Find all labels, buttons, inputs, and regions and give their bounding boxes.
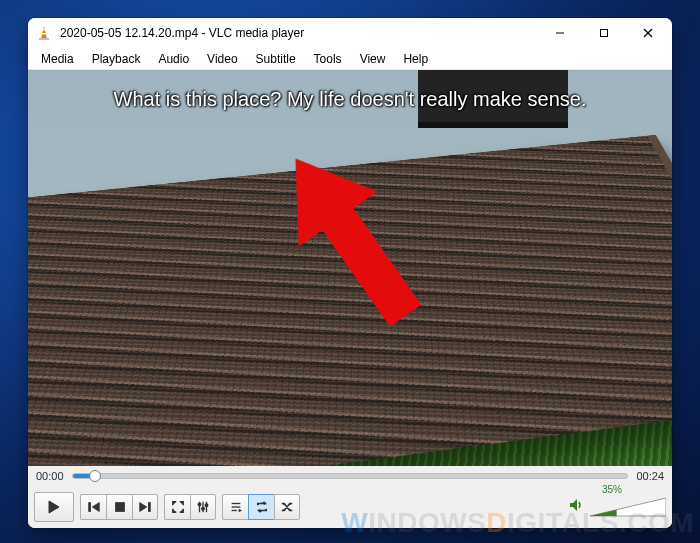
maximize-button[interactable]: [582, 18, 626, 48]
svg-rect-5: [601, 30, 608, 37]
svg-rect-1: [39, 38, 49, 40]
menu-view[interactable]: View: [351, 50, 395, 68]
menu-tools[interactable]: Tools: [305, 50, 351, 68]
time-current: 00:00: [36, 470, 64, 482]
minimize-button[interactable]: [538, 18, 582, 48]
play-button[interactable]: [34, 492, 74, 522]
menubar: Media Playback Audio Video Subtitle Tool…: [28, 48, 672, 70]
playlist-button[interactable]: [222, 494, 248, 520]
volume-label: 35%: [602, 484, 622, 495]
menu-media[interactable]: Media: [32, 50, 83, 68]
stop-button[interactable]: [106, 494, 132, 520]
menu-help[interactable]: Help: [394, 50, 437, 68]
controls-bar: 35%: [28, 486, 672, 528]
svg-marker-8: [49, 501, 59, 513]
subtitle-text: What is this place? My life doesn't real…: [28, 88, 672, 111]
nav-group: [80, 494, 158, 520]
menu-audio[interactable]: Audio: [149, 50, 198, 68]
menu-video[interactable]: Video: [198, 50, 246, 68]
extended-settings-button[interactable]: [190, 494, 216, 520]
speaker-icon[interactable]: [568, 497, 584, 517]
view-group: [164, 494, 216, 520]
svg-rect-12: [149, 503, 151, 512]
seek-track[interactable]: [72, 473, 629, 479]
svg-marker-24: [570, 499, 577, 511]
close-button[interactable]: [626, 18, 670, 48]
svg-marker-23: [238, 509, 242, 513]
window-title: 2020-05-05 12.14.20.mp4 - VLC media play…: [60, 26, 538, 40]
svg-point-17: [198, 503, 201, 506]
svg-point-19: [205, 504, 208, 507]
window-controls: [538, 18, 670, 48]
video-area[interactable]: What is this place? My life doesn't real…: [28, 70, 672, 466]
svg-point-18: [202, 507, 205, 510]
menu-playback[interactable]: Playback: [83, 50, 150, 68]
titlebar[interactable]: 2020-05-05 12.14.20.mp4 - VLC media play…: [28, 18, 672, 48]
playlist-group: [222, 494, 300, 520]
svg-rect-9: [88, 503, 90, 512]
fullscreen-button[interactable]: [164, 494, 190, 520]
svg-marker-13: [140, 503, 147, 512]
svg-marker-0: [41, 26, 47, 39]
vlc-cone-icon: [36, 25, 52, 41]
volume-control: 35%: [568, 496, 666, 518]
volume-slider[interactable]: [590, 496, 666, 518]
svg-marker-25: [590, 498, 666, 516]
svg-rect-3: [42, 33, 47, 34]
svg-rect-2: [42, 29, 46, 30]
next-button[interactable]: [132, 494, 158, 520]
time-duration: 00:24: [636, 470, 664, 482]
svg-marker-10: [92, 503, 99, 512]
loop-button[interactable]: [248, 494, 274, 520]
seek-thumb[interactable]: [89, 470, 101, 482]
vlc-window: 2020-05-05 12.14.20.mp4 - VLC media play…: [28, 18, 672, 528]
seek-bar: 00:00 00:24: [28, 466, 672, 486]
menu-subtitle[interactable]: Subtitle: [247, 50, 305, 68]
shuffle-button[interactable]: [274, 494, 300, 520]
previous-button[interactable]: [80, 494, 106, 520]
svg-rect-11: [115, 503, 124, 512]
